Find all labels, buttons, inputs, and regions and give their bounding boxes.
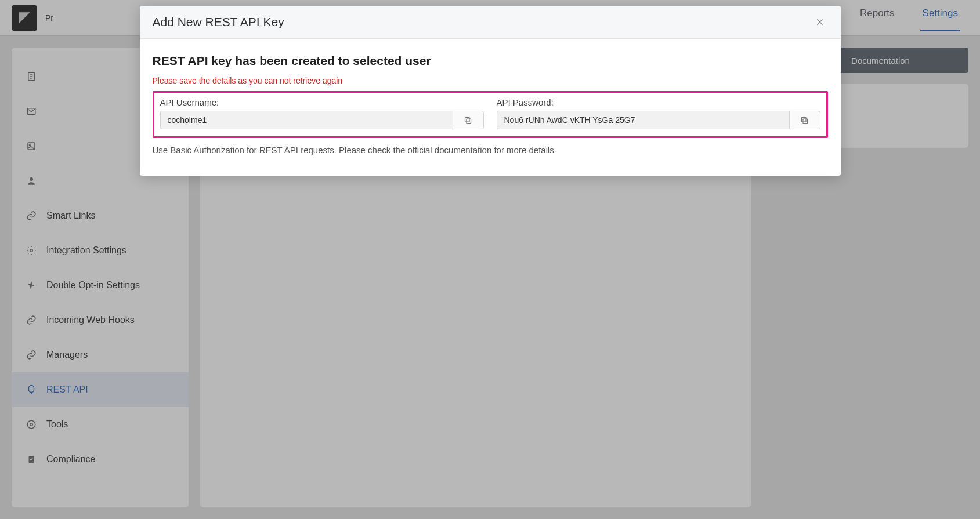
password-label: API Password: — [497, 97, 820, 107]
svg-rect-18 — [802, 117, 807, 122]
username-group: API Username: — [160, 97, 484, 129]
copy-username-button[interactable] — [453, 111, 484, 129]
close-button[interactable] — [812, 14, 828, 30]
credentials-highlight: API Username: API Password: — [153, 91, 828, 138]
modal-title: Add New REST API Key — [153, 15, 284, 29]
password-field[interactable] — [497, 111, 789, 129]
svg-rect-17 — [803, 119, 808, 124]
username-field[interactable] — [160, 111, 453, 129]
modal-overlay: Add New REST API Key REST API key has be… — [0, 0, 980, 519]
svg-rect-16 — [465, 117, 470, 122]
username-label: API Username: — [160, 97, 484, 107]
copy-icon — [464, 116, 472, 125]
modal: Add New REST API Key REST API key has be… — [140, 6, 841, 176]
modal-warning: Please save the details as you can not r… — [153, 76, 828, 85]
modal-subtitle: REST API key has been created to selecte… — [153, 54, 828, 68]
modal-header: Add New REST API Key — [140, 6, 841, 39]
svg-rect-15 — [467, 119, 471, 124]
helper-text: Use Basic Authorization for REST API req… — [153, 145, 828, 155]
copy-password-button[interactable] — [789, 111, 820, 129]
copy-icon — [800, 116, 809, 125]
modal-body: REST API key has been created to selecte… — [140, 39, 841, 176]
password-group: API Password: — [497, 97, 820, 129]
close-icon — [815, 17, 824, 27]
